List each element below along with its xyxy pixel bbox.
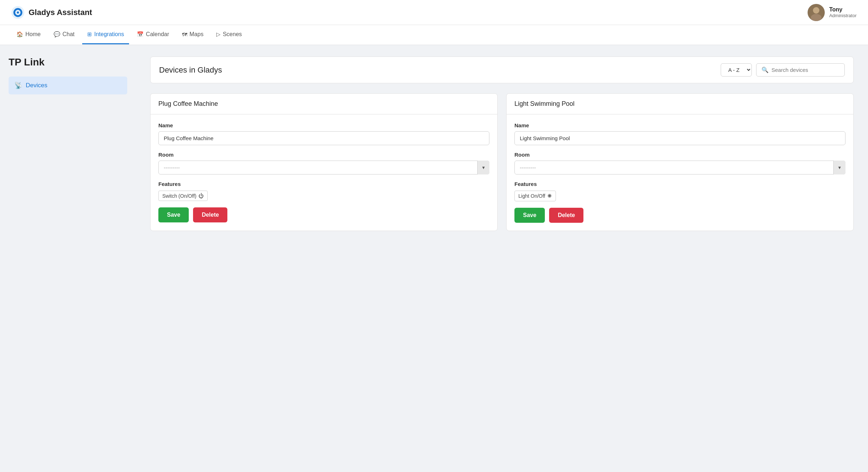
- search-icon: 🔍: [761, 67, 769, 73]
- sidebar: TP Link 📡 Devices: [0, 45, 136, 472]
- device-card-light-swimming-pool: Light Swimming Pool Name Room --------- …: [506, 93, 854, 231]
- nav-item-calendar[interactable]: 📅 Calendar: [132, 25, 174, 44]
- room-label-1: Room: [158, 152, 489, 158]
- feature-name-2: Light On/Off: [518, 193, 545, 199]
- nav-label-home: Home: [25, 31, 41, 38]
- chat-icon: 💬: [54, 31, 60, 38]
- layout: TP Link 📡 Devices Devices in Gladys A - …: [0, 45, 868, 472]
- name-label-1: Name: [158, 122, 489, 128]
- search-box: 🔍: [756, 63, 845, 77]
- card-header-plug-coffee-machine: Plug Coffee Machine: [151, 94, 497, 114]
- avatar: [808, 4, 825, 21]
- room-select-1[interactable]: ---------: [158, 161, 489, 174]
- topbar-left: Gladys Assistant: [11, 6, 92, 19]
- svg-point-4: [813, 7, 819, 14]
- save-button-2[interactable]: Save: [514, 208, 545, 223]
- sidebar-item-label-devices: Devices: [26, 82, 47, 89]
- card-actions-2: Save Delete: [514, 208, 845, 223]
- delete-button-1[interactable]: Delete: [193, 207, 227, 222]
- devices-grid: Plug Coffee Machine Name Room --------- …: [150, 93, 854, 231]
- home-icon: 🏠: [16, 31, 23, 38]
- maps-icon: 🗺: [182, 31, 187, 38]
- sidebar-title: TP Link: [9, 56, 127, 68]
- card-body-plug-coffee-machine: Name Room --------- ▼ Features Switch (O…: [151, 114, 497, 230]
- room-select-wrapper-2: --------- ▼: [514, 161, 845, 174]
- features-label-1: Features: [158, 181, 489, 187]
- header-controls: A - Z Z - A 🔍: [721, 63, 845, 77]
- card-body-light-swimming-pool: Name Room --------- ▼ Features Light On/…: [507, 114, 853, 231]
- nav-label-calendar: Calendar: [146, 31, 169, 38]
- nav-item-maps[interactable]: 🗺 Maps: [177, 25, 208, 44]
- sidebar-item-devices[interactable]: 📡 Devices: [9, 77, 127, 94]
- card-header-light-swimming-pool: Light Swimming Pool: [507, 94, 853, 114]
- save-button-1[interactable]: Save: [158, 207, 189, 222]
- nav-label-chat: Chat: [63, 31, 75, 38]
- name-label-2: Name: [514, 122, 845, 128]
- card-actions-1: Save Delete: [158, 207, 489, 222]
- search-input[interactable]: [771, 67, 839, 73]
- devices-header: Devices in Gladys A - Z Z - A 🔍: [150, 56, 854, 83]
- nav-item-chat[interactable]: 💬 Chat: [49, 25, 80, 44]
- feature-name-1: Switch (On/Off): [162, 193, 196, 199]
- calendar-icon: 📅: [137, 31, 144, 38]
- topbar: Gladys Assistant Tony Administrator: [0, 0, 868, 25]
- scenes-icon: ▷: [216, 31, 221, 38]
- user-info: Tony Administrator: [829, 6, 857, 18]
- integrations-icon: ⊞: [87, 31, 92, 38]
- nav-item-home[interactable]: 🏠 Home: [11, 25, 46, 44]
- nav-label-scenes: Scenes: [223, 31, 242, 38]
- app-title: Gladys Assistant: [29, 8, 92, 17]
- nav-label-maps: Maps: [189, 31, 203, 38]
- device-card-plug-coffee-machine: Plug Coffee Machine Name Room --------- …: [150, 93, 498, 231]
- nav-label-integrations: Integrations: [94, 31, 124, 38]
- feature-badge-1: Switch (On/Off) ⏻: [158, 191, 208, 201]
- topbar-right: Tony Administrator: [808, 4, 857, 21]
- delete-button-2[interactable]: Delete: [549, 208, 583, 223]
- room-select-2[interactable]: ---------: [514, 161, 845, 174]
- power-icon: ⏻: [198, 193, 204, 199]
- nav-item-scenes[interactable]: ▷ Scenes: [211, 25, 247, 44]
- wifi-icon: 📡: [14, 82, 22, 89]
- light-icon: ✺: [547, 193, 552, 199]
- user-name: Tony: [829, 6, 857, 13]
- sort-select[interactable]: A - Z Z - A: [721, 63, 752, 77]
- app-logo-icon: [11, 6, 24, 19]
- name-input-1[interactable]: [158, 131, 489, 145]
- room-label-2: Room: [514, 152, 845, 158]
- devices-title: Devices in Gladys: [159, 65, 222, 75]
- main-content: Devices in Gladys A - Z Z - A 🔍 Plug Cof…: [136, 45, 868, 472]
- user-role: Administrator: [829, 13, 857, 18]
- feature-badge-2: Light On/Off ✺: [514, 191, 556, 201]
- svg-point-2: [17, 11, 19, 14]
- name-input-2[interactable]: [514, 131, 845, 145]
- features-label-2: Features: [514, 181, 845, 187]
- svg-point-5: [811, 14, 822, 21]
- room-select-wrapper-1: --------- ▼: [158, 161, 489, 174]
- nav-item-integrations[interactable]: ⊞ Integrations: [82, 25, 129, 44]
- navbar: 🏠 Home 💬 Chat ⊞ Integrations 📅 Calendar …: [0, 25, 868, 45]
